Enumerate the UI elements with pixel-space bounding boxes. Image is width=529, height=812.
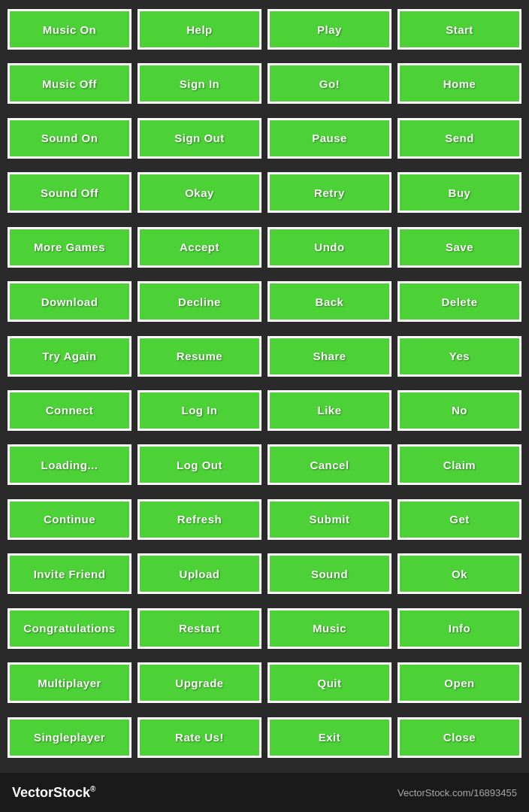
game-button-close[interactable]: Close (398, 717, 521, 758)
logo-text: VectorStock (12, 785, 90, 800)
game-button-upload[interactable]: Upload (138, 553, 261, 594)
game-button-log-out[interactable]: Log Out (138, 444, 261, 485)
game-button-more-games[interactable]: More Games (8, 227, 131, 268)
game-button-download[interactable]: Download (8, 281, 131, 322)
game-button-resume[interactable]: Resume (138, 336, 261, 377)
game-button-quit[interactable]: Quit (268, 662, 391, 703)
game-button-ok[interactable]: Ok (398, 553, 521, 594)
game-button-no[interactable]: No (398, 390, 521, 431)
game-button-like[interactable]: Like (268, 390, 391, 431)
game-button-delete[interactable]: Delete (398, 281, 521, 322)
footer-url: VectorStock.com/16893455 (398, 787, 517, 798)
game-button-claim[interactable]: Claim (398, 444, 521, 485)
game-button-home[interactable]: Home (398, 63, 521, 104)
game-button-buy[interactable]: Buy (398, 172, 521, 213)
game-button-music-on[interactable]: Music On (8, 9, 131, 50)
game-button-refresh[interactable]: Refresh (138, 499, 261, 540)
game-button-start[interactable]: Start (398, 9, 521, 50)
game-button-music-off[interactable]: Music Off (8, 63, 131, 104)
game-button-sign-in[interactable]: Sign In (138, 63, 261, 104)
game-button-okay[interactable]: Okay (138, 172, 261, 213)
game-button-submit[interactable]: Submit (268, 499, 391, 540)
game-button-save[interactable]: Save (398, 227, 521, 268)
game-button-pause[interactable]: Pause (268, 118, 391, 159)
game-button-get[interactable]: Get (398, 499, 521, 540)
game-button-yes[interactable]: Yes (398, 336, 521, 377)
game-button-loading---[interactable]: Loading... (8, 444, 131, 485)
game-button-play[interactable]: Play (268, 9, 391, 50)
game-button-log-in[interactable]: Log In (138, 390, 261, 431)
footer-logo: VectorStock® (12, 785, 95, 801)
game-button-go-[interactable]: Go! (268, 63, 391, 104)
game-button-multiplayer[interactable]: Multiplayer (8, 662, 131, 703)
game-button-rate-us-[interactable]: Rate Us! (138, 717, 261, 758)
game-button-sound[interactable]: Sound (268, 553, 391, 594)
game-button-retry[interactable]: Retry (268, 172, 391, 213)
game-button-upgrade[interactable]: Upgrade (138, 662, 261, 703)
game-button-try-again[interactable]: Try Again (8, 336, 131, 377)
game-button-undo[interactable]: Undo (268, 227, 391, 268)
game-button-music[interactable]: Music (268, 608, 391, 649)
game-button-decline[interactable]: Decline (138, 281, 261, 322)
game-button-back[interactable]: Back (268, 281, 391, 322)
game-button-sign-out[interactable]: Sign Out (138, 118, 261, 159)
game-button-cancel[interactable]: Cancel (268, 444, 391, 485)
game-button-singleplayer[interactable]: Singleplayer (8, 717, 131, 758)
game-button-send[interactable]: Send (398, 118, 521, 159)
game-button-accept[interactable]: Accept (138, 227, 261, 268)
game-button-restart[interactable]: Restart (138, 608, 261, 649)
game-button-invite-friend[interactable]: Invite Friend (8, 553, 131, 594)
game-button-sound-off[interactable]: Sound Off (8, 172, 131, 213)
game-button-sound-on[interactable]: Sound On (8, 118, 131, 159)
game-button-exit[interactable]: Exit (268, 717, 391, 758)
footer: VectorStock® VectorStock.com/16893455 (0, 773, 529, 812)
game-button-share[interactable]: Share (268, 336, 391, 377)
game-button-help[interactable]: Help (138, 9, 261, 50)
trademark: ® (90, 785, 95, 793)
buttons-grid: Music OnHelpPlayStartMusic OffSign InGo!… (0, 0, 529, 773)
game-button-continue[interactable]: Continue (8, 499, 131, 540)
game-button-info[interactable]: Info (398, 608, 521, 649)
game-button-congratulations[interactable]: Congratulations (8, 608, 131, 649)
game-button-open[interactable]: Open (398, 662, 521, 703)
game-button-connect[interactable]: Connect (8, 390, 131, 431)
